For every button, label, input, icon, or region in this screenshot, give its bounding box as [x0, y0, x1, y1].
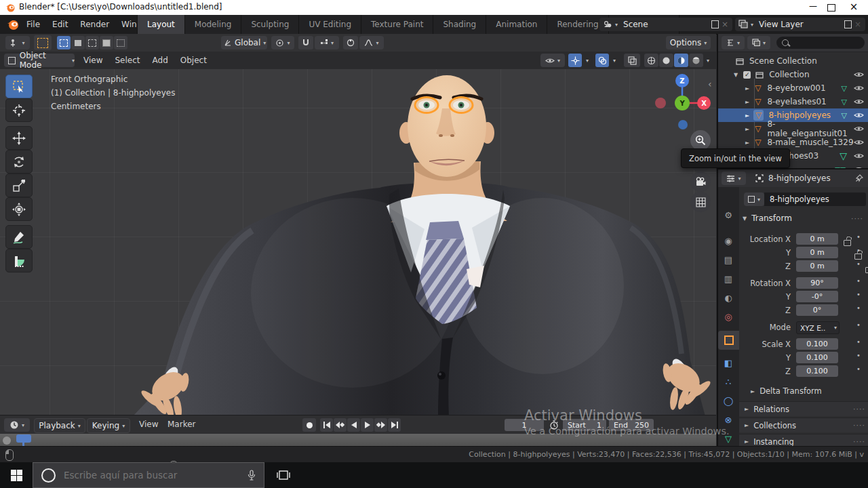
camera-view-button[interactable] — [690, 171, 711, 192]
delta-transform-section[interactable]: ► Delta Transform — [751, 385, 822, 397]
tab-physics[interactable]: ◯ — [718, 392, 738, 409]
tab-view-layer[interactable]: ▥ — [718, 270, 738, 287]
outliner-display-dropdown[interactable]: ▾ — [747, 36, 770, 49]
tab-animation[interactable]: Animation — [486, 15, 547, 34]
loc-x-field[interactable]: 0 m — [796, 233, 838, 245]
copy-icon[interactable] — [711, 20, 719, 28]
microphone-icon[interactable] — [248, 470, 256, 481]
viewport-menu-add[interactable]: Add — [146, 56, 174, 65]
eye-icon[interactable] — [854, 98, 864, 105]
taskbar-search[interactable] — [33, 462, 264, 488]
object-type-dropdown[interactable]: ▾ — [744, 192, 764, 206]
tab-constraints[interactable]: ⊗ — [718, 411, 738, 428]
snap-toggle[interactable] — [298, 36, 313, 49]
animate-dot[interactable]: • — [856, 291, 861, 298]
tab-world[interactable]: ◎ — [718, 308, 738, 325]
animate-dot[interactable]: • — [856, 352, 861, 359]
transform-orientation-dropdown[interactable]: Global ▾ — [221, 36, 267, 49]
animate-dot[interactable]: • — [856, 247, 861, 254]
toolbar-transform[interactable] — [5, 197, 33, 221]
animate-dot[interactable]: • — [856, 365, 861, 373]
shading-rendered-button[interactable] — [689, 54, 703, 67]
properties-filter-dropdown[interactable]: ▾ — [722, 171, 746, 185]
taskbar-search-input[interactable] — [62, 469, 248, 481]
task-view-button[interactable] — [270, 462, 297, 488]
scale-z-field[interactable]: 0.100 — [796, 365, 838, 377]
animate-dot[interactable]: • — [856, 321, 861, 329]
eye-icon[interactable] — [854, 139, 864, 146]
collections-section[interactable]: ► Collections ···· — [739, 418, 868, 432]
minimize-button[interactable]: — — [804, 1, 822, 11]
shading-dropdown[interactable]: ▾ — [707, 58, 709, 64]
next-keyframe-button[interactable] — [374, 418, 387, 432]
collection-checkbox[interactable]: ✓ — [743, 71, 751, 79]
active-tool-select-box[interactable] — [34, 35, 52, 50]
proportional-falloff-dropdown[interactable]: ▾ — [359, 36, 384, 49]
transform-panel-header[interactable]: ▼ Transform ···· — [743, 211, 866, 225]
viewport-menu-object[interactable]: Object — [174, 56, 213, 65]
tab-object-active[interactable] — [718, 331, 739, 350]
timeline-menu-view[interactable]: View — [133, 420, 164, 429]
frame-end-field[interactable]: End 250 — [609, 419, 654, 431]
orthographic-toggle-button[interactable] — [690, 192, 711, 212]
tab-object-data[interactable]: ▽ — [718, 430, 738, 446]
lock-icon[interactable] — [844, 240, 851, 246]
drag-grip-icon[interactable]: ···· — [853, 405, 865, 413]
tab-layout[interactable]: Layout — [138, 15, 185, 34]
tab-modeling[interactable]: Modeling — [185, 15, 242, 34]
animate-dot[interactable]: • — [856, 277, 861, 285]
overlays-toggle[interactable] — [595, 54, 609, 67]
animate-dot[interactable]: • — [856, 260, 861, 268]
viewport-menu-view[interactable]: View — [77, 56, 108, 65]
tab-tool[interactable]: ⚙ — [718, 206, 738, 224]
tab-shading[interactable]: Shading — [433, 15, 486, 34]
copy-icon[interactable] — [844, 20, 852, 28]
lock-icon[interactable] — [865, 267, 868, 273]
expand-icon[interactable]: ► — [745, 113, 749, 119]
jump-to-start-button[interactable] — [320, 418, 333, 432]
tab-particles[interactable]: ∴ — [718, 373, 738, 390]
gizmos-toggle[interactable] — [568, 54, 582, 67]
tab-scene[interactable]: ◐ — [718, 289, 738, 306]
panel-collapse-icon[interactable]: ‹ — [708, 79, 712, 89]
pivot-point-dropdown[interactable]: ▾ — [271, 36, 294, 49]
outliner-row-eyebrow[interactable]: ► ▽ 8-eyebrow001 ▽ — [718, 81, 868, 95]
expand-icon[interactable]: ▼ — [734, 72, 738, 78]
playhead[interactable] — [16, 434, 31, 443]
show-object-types-dropdown[interactable]: ▾ — [540, 54, 565, 67]
pin-icon[interactable] — [855, 174, 863, 182]
toolbar-select-box[interactable] — [5, 75, 33, 98]
expand-icon[interactable]: ► — [745, 85, 749, 92]
scene-selector[interactable]: ▾ Scene × — [599, 18, 732, 31]
tab-uv-editing[interactable]: UV Editing — [299, 15, 361, 34]
3d-character-model[interactable] — [0, 69, 716, 415]
outliner-search[interactable] — [776, 37, 865, 49]
eye-icon[interactable] — [854, 112, 864, 119]
view-layer-selector[interactable]: ▾ View Layer × — [735, 18, 865, 31]
viewport-menu-select[interactable]: Select — [108, 56, 146, 65]
outliner-search-input[interactable] — [792, 38, 865, 47]
toolbar-measure[interactable] — [5, 249, 33, 272]
rotation-mode-dropdown[interactable]: XYZ E.. ▾ — [796, 321, 840, 334]
tab-output[interactable]: ▤ — [718, 251, 738, 268]
toolbar-cursor[interactable] — [5, 98, 33, 122]
loc-y-field[interactable]: 0 m — [796, 247, 838, 258]
relations-section[interactable]: ► Relations ···· — [739, 401, 868, 416]
select-mode-intersect[interactable] — [114, 36, 127, 49]
instancing-section[interactable]: ► Instancing ···· — [739, 434, 868, 446]
eye-icon[interactable] — [854, 85, 864, 92]
record-button[interactable] — [302, 418, 316, 432]
expand-icon[interactable]: ► — [745, 99, 749, 105]
xray-toggle[interactable] — [624, 54, 640, 67]
rot-z-field[interactable]: 0° — [796, 304, 838, 316]
toolbar-move[interactable] — [5, 126, 33, 150]
tab-modifiers[interactable]: ◧ — [718, 354, 738, 371]
toolbar-scale[interactable] — [5, 174, 33, 197]
scale-y-field[interactable]: 0.100 — [796, 352, 838, 363]
expand-icon[interactable]: ► — [745, 126, 749, 132]
use-preview-range-button[interactable] — [548, 419, 560, 431]
select-mode-subtract[interactable] — [85, 36, 99, 49]
animate-dot[interactable]: • — [856, 304, 861, 312]
eye-icon[interactable] — [854, 152, 864, 159]
prev-keyframe-button[interactable] — [334, 418, 347, 432]
